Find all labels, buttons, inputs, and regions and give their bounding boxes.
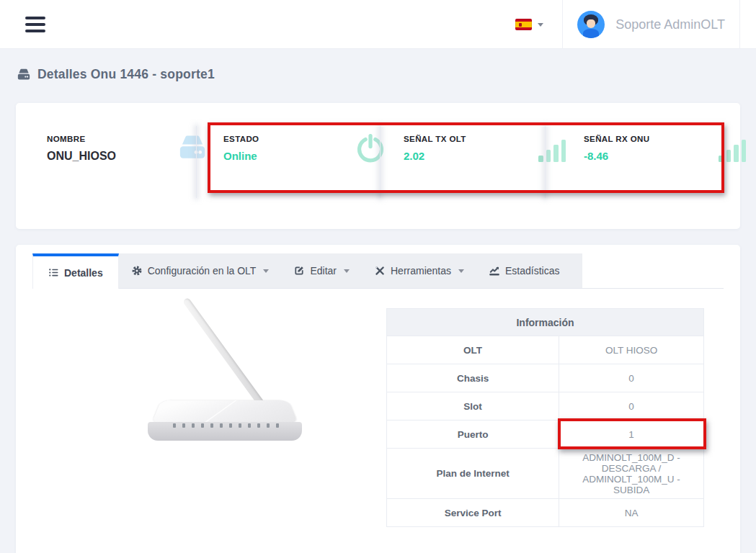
avatar [577, 11, 605, 38]
tab-estadisticas[interactable]: Estadísticas [476, 253, 572, 288]
list-icon [48, 267, 59, 278]
info-table: Información OLT OLT HIOSO Chasis 0 Slot … [386, 308, 704, 527]
table-row-chasis: Chasis 0 [387, 364, 704, 392]
user-name: Soporte AdminOLT [615, 17, 725, 32]
table-row-plan-internet: Plan de Internet ADMINOLT_100M_D - DESCA… [387, 449, 704, 499]
user-menu[interactable]: Soporte AdminOLT [563, 0, 739, 49]
stat-divider [380, 126, 381, 198]
gear-icon [131, 265, 143, 276]
router-antenna [182, 297, 268, 411]
table-row-service-port: Service Port NA [387, 499, 704, 527]
page-title: Detalles Onu 1446 - soporte1 [37, 67, 215, 82]
navbar-right: Soporte AdminOLT [508, 0, 740, 49]
power-icon [355, 133, 386, 166]
tab-bar: Detalles Configuración en la OLT [32, 253, 724, 289]
page: Soporte AdminOLT Detalles Onu 1446 - sop… [0, 0, 756, 553]
chevron-down-icon [263, 269, 269, 273]
hamburger-icon [25, 17, 45, 19]
table-header: Información [387, 309, 704, 336]
chevron-down-icon [538, 23, 543, 27]
signal-bars-icon [719, 139, 746, 162]
tab-editar[interactable]: Editar [281, 253, 362, 288]
chevron-down-icon [344, 269, 350, 273]
stat-divider [545, 126, 546, 198]
edit-icon [293, 265, 305, 276]
stat-senal-tx-olt: SEÑAL TX OLT 2.02 [404, 135, 566, 162]
tools-icon [374, 265, 386, 276]
stat-estado: ESTADO Online [223, 135, 386, 162]
top-navbar: Soporte AdminOLT [0, 0, 756, 49]
table-header-row: Información [387, 309, 704, 336]
tab-group: Configuración en la OLT Editar [119, 253, 582, 288]
device-icon [176, 133, 209, 165]
router-body [151, 400, 298, 424]
breadcrumb: Detalles Onu 1446 - soporte1 [16, 67, 215, 82]
onu-product-image [124, 305, 326, 459]
table-row-slot: Slot 0 [387, 392, 704, 421]
menu-toggle-button[interactable] [25, 17, 45, 32]
signal-bars-icon [538, 139, 566, 162]
table-row-olt: OLT OLT HIOSO [387, 336, 704, 364]
chevron-down-icon [458, 269, 464, 273]
puerto-value-cell: 1 [559, 421, 704, 449]
navbar-divider [739, 0, 740, 49]
table-row-puerto: Puerto 1 [387, 421, 704, 449]
tab-configuracion-olt[interactable]: Configuración en la OLT [119, 253, 282, 288]
spain-flag-icon [515, 19, 532, 30]
detail-card: Detalles Configuración en la OLT [16, 245, 740, 553]
stat-divider [196, 126, 197, 198]
onu-device-icon [16, 68, 32, 81]
stat-nombre: NOMBRE ONU_HIOSO [47, 135, 209, 163]
stat-senal-rx-onu: SEÑAL RX ONU -8.46 [584, 135, 746, 162]
chart-icon [489, 265, 500, 276]
stats-card: NOMBRE ONU_HIOSO ESTADO Online [16, 103, 740, 229]
router-leds [173, 423, 279, 428]
language-selector[interactable] [508, 0, 562, 49]
tab-herramientas[interactable]: Herramientas [362, 253, 476, 288]
tab-detalles[interactable]: Detalles [32, 253, 119, 289]
